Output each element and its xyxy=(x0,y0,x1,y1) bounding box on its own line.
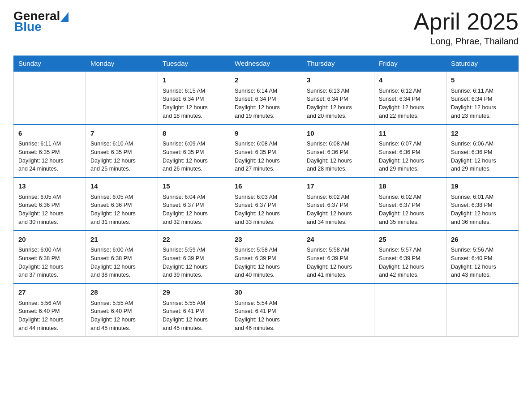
day-info: Sunrise: 6:12 AM Sunset: 6:34 PM Dayligh… xyxy=(379,87,442,120)
week-row-1: 1Sunrise: 6:15 AM Sunset: 6:34 PM Daylig… xyxy=(14,71,519,124)
logo-triangle-icon xyxy=(60,9,69,23)
day-info: Sunrise: 6:05 AM Sunset: 6:36 PM Dayligh… xyxy=(90,193,153,227)
weekday-header-friday: Friday xyxy=(374,56,446,72)
day-info: Sunrise: 6:05 AM Sunset: 6:36 PM Dayligh… xyxy=(18,193,81,227)
day-info: Sunrise: 6:00 AM Sunset: 6:38 PM Dayligh… xyxy=(90,246,153,279)
day-info: Sunrise: 6:02 AM Sunset: 6:37 PM Dayligh… xyxy=(307,193,369,227)
calendar-cell: 6Sunrise: 6:11 AM Sunset: 6:35 PM Daylig… xyxy=(14,124,86,178)
day-number: 8 xyxy=(163,128,225,139)
day-info: Sunrise: 6:11 AM Sunset: 6:34 PM Dayligh… xyxy=(451,87,514,120)
day-number: 6 xyxy=(18,128,81,139)
calendar-cell xyxy=(86,71,158,124)
day-info: Sunrise: 5:55 AM Sunset: 6:40 PM Dayligh… xyxy=(90,299,153,333)
calendar-cell: 10Sunrise: 6:08 AM Sunset: 6:36 PM Dayli… xyxy=(302,124,374,178)
calendar-cell: 8Sunrise: 6:09 AM Sunset: 6:35 PM Daylig… xyxy=(158,124,230,178)
calendar-cell: 1Sunrise: 6:15 AM Sunset: 6:34 PM Daylig… xyxy=(158,71,230,124)
day-number: 19 xyxy=(451,181,514,192)
month-title: April 2025 xyxy=(414,9,519,34)
weekday-header-tuesday: Tuesday xyxy=(158,56,230,72)
day-number: 7 xyxy=(90,128,153,139)
day-number: 26 xyxy=(451,235,514,245)
day-number: 30 xyxy=(235,287,297,298)
location-title: Long, Phrae, Thailand xyxy=(414,36,519,47)
calendar-cell: 24Sunrise: 5:58 AM Sunset: 6:39 PM Dayli… xyxy=(302,231,374,284)
day-info: Sunrise: 5:57 AM Sunset: 6:39 PM Dayligh… xyxy=(379,246,442,279)
day-info: Sunrise: 5:56 AM Sunset: 6:40 PM Dayligh… xyxy=(18,299,81,333)
day-number: 29 xyxy=(163,287,225,298)
title-block: April 2025 Long, Phrae, Thailand xyxy=(414,9,519,47)
day-number: 15 xyxy=(163,181,225,192)
calendar-cell: 14Sunrise: 6:05 AM Sunset: 6:36 PM Dayli… xyxy=(86,177,158,231)
day-info: Sunrise: 6:08 AM Sunset: 6:35 PM Dayligh… xyxy=(235,140,297,173)
calendar-cell: 28Sunrise: 5:55 AM Sunset: 6:40 PM Dayli… xyxy=(86,283,158,336)
calendar-cell: 9Sunrise: 6:08 AM Sunset: 6:35 PM Daylig… xyxy=(230,124,302,178)
calendar-cell: 21Sunrise: 6:00 AM Sunset: 6:38 PM Dayli… xyxy=(86,231,158,284)
week-row-4: 20Sunrise: 6:00 AM Sunset: 6:38 PM Dayli… xyxy=(14,231,519,284)
day-number: 23 xyxy=(235,235,297,245)
day-number: 5 xyxy=(451,75,514,86)
calendar-cell: 19Sunrise: 6:01 AM Sunset: 6:38 PM Dayli… xyxy=(446,177,519,231)
calendar-cell: 12Sunrise: 6:06 AM Sunset: 6:36 PM Dayli… xyxy=(446,124,519,178)
calendar-cell: 17Sunrise: 6:02 AM Sunset: 6:37 PM Dayli… xyxy=(302,177,374,231)
day-number: 27 xyxy=(18,287,81,298)
svg-marker-0 xyxy=(60,12,69,22)
logo-blue-part: Blue xyxy=(14,20,42,34)
calendar-body: 1Sunrise: 6:15 AM Sunset: 6:34 PM Daylig… xyxy=(14,71,519,336)
calendar-cell: 22Sunrise: 5:59 AM Sunset: 6:39 PM Dayli… xyxy=(158,231,230,284)
calendar-header: SundayMondayTuesdayWednesdayThursdayFrid… xyxy=(14,56,519,72)
calendar-cell: 26Sunrise: 5:56 AM Sunset: 6:40 PM Dayli… xyxy=(446,231,519,284)
calendar-cell: 11Sunrise: 6:07 AM Sunset: 6:36 PM Dayli… xyxy=(374,124,446,178)
calendar-table: SundayMondayTuesdayWednesdayThursdayFrid… xyxy=(13,56,519,337)
day-number: 4 xyxy=(379,75,442,86)
weekday-header-wednesday: Wednesday xyxy=(230,56,302,72)
day-info: Sunrise: 6:08 AM Sunset: 6:36 PM Dayligh… xyxy=(307,140,369,173)
day-info: Sunrise: 6:06 AM Sunset: 6:36 PM Dayligh… xyxy=(451,140,514,173)
calendar-cell: 15Sunrise: 6:04 AM Sunset: 6:37 PM Dayli… xyxy=(158,177,230,231)
calendar-cell xyxy=(302,283,374,336)
calendar-cell: 13Sunrise: 6:05 AM Sunset: 6:36 PM Dayli… xyxy=(14,177,86,231)
day-info: Sunrise: 6:07 AM Sunset: 6:36 PM Dayligh… xyxy=(379,140,442,173)
calendar-cell: 20Sunrise: 6:00 AM Sunset: 6:38 PM Dayli… xyxy=(14,231,86,284)
weekday-header-saturday: Saturday xyxy=(446,56,519,72)
calendar-cell xyxy=(446,283,519,336)
calendar-cell: 4Sunrise: 6:12 AM Sunset: 6:34 PM Daylig… xyxy=(374,71,446,124)
day-number: 3 xyxy=(307,75,369,86)
calendar-cell: 2Sunrise: 6:14 AM Sunset: 6:34 PM Daylig… xyxy=(230,71,302,124)
day-number: 22 xyxy=(163,235,225,245)
day-info: Sunrise: 6:13 AM Sunset: 6:34 PM Dayligh… xyxy=(307,87,369,120)
day-info: Sunrise: 6:14 AM Sunset: 6:34 PM Dayligh… xyxy=(235,87,297,120)
calendar-cell: 30Sunrise: 5:54 AM Sunset: 6:41 PM Dayli… xyxy=(230,283,302,336)
day-number: 17 xyxy=(307,181,369,192)
day-info: Sunrise: 6:09 AM Sunset: 6:35 PM Dayligh… xyxy=(163,140,225,173)
day-number: 9 xyxy=(235,128,297,139)
weekday-header-monday: Monday xyxy=(86,56,158,72)
calendar-cell: 16Sunrise: 6:03 AM Sunset: 6:37 PM Dayli… xyxy=(230,177,302,231)
calendar-cell: 29Sunrise: 5:55 AM Sunset: 6:41 PM Dayli… xyxy=(158,283,230,336)
calendar-cell xyxy=(14,71,86,124)
calendar-cell: 18Sunrise: 6:02 AM Sunset: 6:37 PM Dayli… xyxy=(374,177,446,231)
day-number: 10 xyxy=(307,128,369,139)
day-number: 1 xyxy=(163,75,225,86)
day-info: Sunrise: 5:55 AM Sunset: 6:41 PM Dayligh… xyxy=(163,299,225,333)
day-info: Sunrise: 6:00 AM Sunset: 6:38 PM Dayligh… xyxy=(18,246,81,279)
day-info: Sunrise: 6:10 AM Sunset: 6:35 PM Dayligh… xyxy=(90,140,153,173)
day-number: 24 xyxy=(307,235,369,245)
day-info: Sunrise: 5:56 AM Sunset: 6:40 PM Dayligh… xyxy=(451,246,514,279)
day-info: Sunrise: 6:11 AM Sunset: 6:35 PM Dayligh… xyxy=(18,140,81,173)
day-info: Sunrise: 6:02 AM Sunset: 6:37 PM Dayligh… xyxy=(379,193,442,227)
day-number: 11 xyxy=(379,128,442,139)
day-number: 18 xyxy=(379,181,442,192)
day-number: 13 xyxy=(18,181,81,192)
calendar-cell: 3Sunrise: 6:13 AM Sunset: 6:34 PM Daylig… xyxy=(302,71,374,124)
logo: General Blue xyxy=(13,9,69,34)
weekday-header-sunday: Sunday xyxy=(14,56,86,72)
day-number: 25 xyxy=(379,235,442,245)
calendar-cell: 5Sunrise: 6:11 AM Sunset: 6:34 PM Daylig… xyxy=(446,71,519,124)
day-info: Sunrise: 6:15 AM Sunset: 6:34 PM Dayligh… xyxy=(163,87,225,120)
week-row-3: 13Sunrise: 6:05 AM Sunset: 6:36 PM Dayli… xyxy=(14,177,519,231)
weekday-header-row: SundayMondayTuesdayWednesdayThursdayFrid… xyxy=(14,56,519,72)
day-info: Sunrise: 5:58 AM Sunset: 6:39 PM Dayligh… xyxy=(235,246,297,279)
calendar-cell: 7Sunrise: 6:10 AM Sunset: 6:35 PM Daylig… xyxy=(86,124,158,178)
day-info: Sunrise: 6:01 AM Sunset: 6:38 PM Dayligh… xyxy=(451,193,514,227)
day-info: Sunrise: 5:58 AM Sunset: 6:39 PM Dayligh… xyxy=(307,246,369,279)
